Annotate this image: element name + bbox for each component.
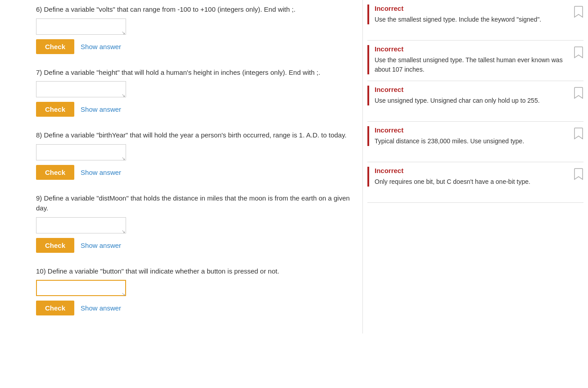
show-answer-link-3[interactable]: Show answer (81, 169, 121, 176)
right-panel: IncorrectUse the smallest signed type. I… (363, 0, 588, 333)
incorrect-label-1: Incorrect (375, 5, 569, 12)
feedback-content-1: IncorrectUse the smallest signed type. I… (367, 5, 569, 24)
check-button-1[interactable]: Check (36, 39, 74, 54)
show-answer-link-2[interactable]: Show answer (81, 105, 121, 113)
button-row-3: CheckShow answer (36, 165, 353, 180)
answer-input-1[interactable] (36, 18, 126, 35)
feedback-row-1: IncorrectUse the smallest signed type. I… (367, 0, 583, 41)
resize-handle-4: ↘ (122, 229, 125, 233)
question-text-3: 8) Define a variable "birthYear" that wi… (36, 130, 353, 141)
question-text-4: 9) Define a variable "distMoon" that hol… (36, 193, 353, 214)
button-row-4: CheckShow answer (36, 238, 353, 253)
input-wrapper-1: ↘ (36, 18, 126, 35)
left-panel: 6) Define a variable "volts" that can ra… (0, 0, 363, 333)
show-answer-link-1[interactable]: Show answer (81, 43, 121, 50)
feedback-hint-4: Typical distance is 238,000 miles. Use u… (375, 137, 569, 146)
bookmark-icon-3[interactable] (574, 87, 583, 99)
show-answer-link-5[interactable]: Show answer (81, 304, 121, 312)
input-wrapper-5: ↘ (36, 280, 126, 296)
check-button-2[interactable]: Check (36, 102, 74, 117)
button-row-2: CheckShow answer (36, 102, 353, 117)
bookmark-icon-1[interactable] (574, 5, 583, 18)
question-block-3: 8) Define a variable "birthYear" that wi… (36, 130, 353, 184)
feedback-content-2: IncorrectUse the smallest unsigned type.… (367, 45, 569, 74)
input-wrapper-2: ↘ (36, 81, 126, 97)
bookmark-icon-2[interactable] (574, 46, 583, 59)
feedback-content-5: IncorrectOnly requires one bit, but C do… (367, 167, 569, 187)
incorrect-label-3: Incorrect (375, 86, 569, 93)
button-row-1: CheckShow answer (36, 39, 353, 54)
input-wrapper-4: ↘ (36, 217, 126, 233)
feedback-content-3: IncorrectUse unsigned type. Unsigned cha… (367, 86, 569, 105)
feedback-hint-2: Use the smallest unsigned type. The tall… (375, 55, 569, 74)
question-block-5: 10) Define a variable "button" that will… (36, 266, 353, 320)
answer-input-5[interactable] (36, 280, 126, 296)
feedback-row-2: IncorrectUse the smallest unsigned type.… (367, 41, 583, 81)
feedback-content-4: IncorrectTypical distance is 238,000 mil… (367, 126, 569, 146)
button-row-5: CheckShow answer (36, 301, 353, 315)
feedback-row-5: IncorrectOnly requires one bit, but C do… (367, 162, 583, 203)
question-block-4: 9) Define a variable "distMoon" that hol… (36, 193, 353, 257)
check-button-3[interactable]: Check (36, 165, 74, 180)
resize-handle-3: ↘ (122, 156, 125, 160)
check-button-4[interactable]: Check (36, 238, 74, 253)
question-text-5: 10) Define a variable "button" that will… (36, 266, 353, 277)
answer-input-2[interactable] (36, 81, 126, 97)
bookmark-icon-4[interactable] (574, 127, 583, 140)
incorrect-label-4: Incorrect (375, 126, 569, 134)
feedback-hint-1: Use the smallest signed type. Include th… (375, 15, 569, 24)
answer-input-3[interactable] (36, 144, 126, 160)
question-text-1: 6) Define a variable "volts" that can ra… (36, 5, 353, 15)
answer-input-4[interactable] (36, 217, 126, 233)
check-button-5[interactable]: Check (36, 301, 74, 315)
show-answer-link-4[interactable]: Show answer (81, 242, 121, 249)
feedback-row-4: IncorrectTypical distance is 238,000 mil… (367, 122, 583, 162)
incorrect-label-5: Incorrect (375, 167, 569, 174)
resize-handle-2: ↘ (122, 93, 125, 96)
question-block-1: 6) Define a variable "volts" that can ra… (36, 5, 353, 59)
incorrect-label-2: Incorrect (375, 45, 569, 53)
resize-handle-5: ↘ (122, 292, 125, 295)
feedback-hint-3: Use unsigned type. Unsigned char can onl… (375, 96, 569, 105)
page-container: 6) Define a variable "volts" that can ra… (0, 0, 588, 333)
feedback-hint-5: Only requires one bit, but C doesn't hav… (375, 177, 569, 187)
question-block-2: 7) Define a variable "height" that will … (36, 68, 353, 122)
question-text-2: 7) Define a variable "height" that will … (36, 68, 353, 78)
resize-handle-1: ↘ (122, 30, 125, 34)
input-wrapper-3: ↘ (36, 144, 126, 160)
bookmark-icon-5[interactable] (574, 168, 583, 180)
feedback-row-3: IncorrectUse unsigned type. Unsigned cha… (367, 81, 583, 122)
